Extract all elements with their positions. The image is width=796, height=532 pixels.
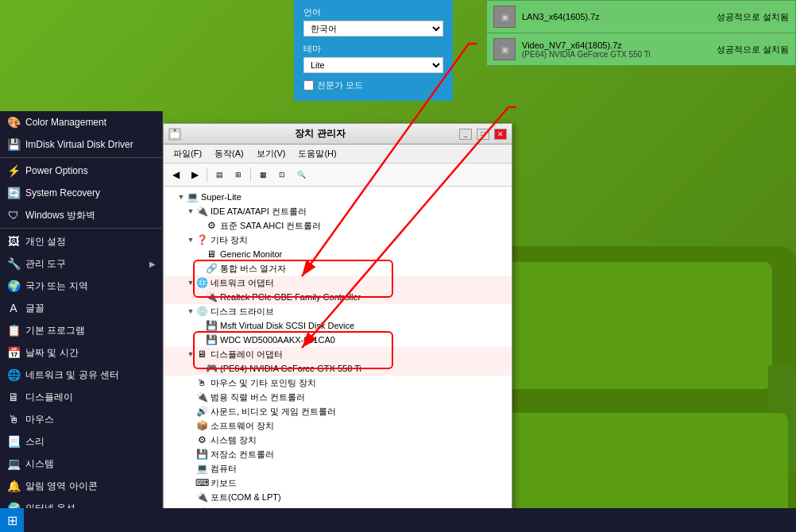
lang-label: 언어: [303, 6, 443, 18]
theme-label: 테마: [303, 43, 443, 55]
sidebar-item-recovery[interactable]: 🔄 System Recovery: [0, 182, 162, 204]
window-title: 장치 관리자: [186, 127, 454, 141]
toggle-sata: [195, 221, 205, 230]
tree-node-nvidia[interactable]: 🎮 (PE64) NVIDIA GeForce GTX 550 Ti: [164, 361, 512, 376]
window-restore-btn[interactable]: □: [477, 129, 489, 140]
menu-icon-mouse: 🖱: [6, 412, 21, 426]
label-keyboard: 키보드: [211, 477, 237, 489]
window-menubar: 파일(F) 동작(A) 보기(V) 도움말(H): [164, 145, 512, 164]
toolbar-btn1[interactable]: ▤: [211, 166, 228, 183]
expert-mode-checkbox[interactable]: [303, 80, 314, 91]
sidebar-item-windows[interactable]: 🛡 Windows 방화벽: [0, 204, 162, 226]
menu-icon-windows: 🛡: [6, 208, 21, 222]
sidebar-item-personal[interactable]: 🖼 개인 설정: [0, 230, 162, 253]
menu-icon-programs: 📋: [6, 323, 21, 337]
sidebar-item-fonts[interactable]: A 글꼴: [0, 297, 162, 319]
window-minimize-btn[interactable]: _: [459, 129, 472, 140]
root-toggle: ▼: [176, 192, 186, 202]
sidebar-item-imdisk[interactable]: 💾 ImDisk Virtual Disk Driver: [0, 133, 162, 156]
toolbar-btn4[interactable]: ⊡: [273, 166, 291, 183]
separator-after-imdisk: [0, 157, 162, 158]
tree-node-other[interactable]: ▼ ❓ 기타 장치: [164, 233, 512, 247]
menu-view[interactable]: 보기(V): [250, 146, 292, 161]
sidebar-item-network[interactable]: 🌐 네트워크 및 공유 센터: [0, 364, 162, 386]
icon-software: 📦: [195, 419, 208, 432]
taskbar-start-button[interactable]: ⊞: [0, 508, 24, 532]
menu-icon-fonts: A: [6, 301, 21, 315]
tree-node-keyboard[interactable]: ⌨ 키보드: [164, 476, 512, 490]
notification-panel: ▣ LAN3_x64(1605).7z 성공적으로 설치됨 ▣ Video_NV…: [486, 0, 796, 66]
menu-action[interactable]: 동작(A): [208, 146, 250, 161]
sidebar-item-programs[interactable]: 📋 기본 프로그램: [0, 319, 162, 341]
sidebar-item-alarm[interactable]: 🔔 알림 영역 아이콘: [0, 475, 162, 497]
tree-node-monitor[interactable]: 🖥 Generic Monitor: [164, 247, 512, 261]
tree-node-disk[interactable]: ▼ 💿 디스크 드라이브: [164, 304, 512, 318]
tree-node-sata[interactable]: ⚙ 표준 SATA AHCI 컨트롤러: [164, 218, 512, 233]
label-wdc: WDC WD5000AAKX-001CA0: [220, 335, 335, 345]
label-buses: 범용 직렬 버스 컨트롤러: [211, 391, 305, 403]
label-storage: 저장소 컨트롤러: [211, 449, 274, 461]
tree-node-sound[interactable]: 🔊 사운드, 비디오 및 게임 컨트롤러: [164, 404, 512, 418]
sidebar-item-printer[interactable]: 📃 스리: [0, 430, 162, 453]
label-ide: IDE ATA/ATAPI 컨트롤러: [211, 206, 307, 218]
toggle-computer: [186, 464, 195, 473]
tree-node-software[interactable]: 📦 소프트웨어 장치: [164, 418, 512, 433]
tree-node-system[interactable]: ⚙ 시스템 장치: [164, 433, 512, 447]
toolbar-back[interactable]: ◀: [167, 166, 184, 183]
tree-node-ide[interactable]: ▼ 🔌 IDE ATA/ATAPI 컨트롤러: [164, 204, 512, 218]
sidebar-item-display[interactable]: 🖥 디스플레이: [0, 386, 162, 408]
icon-keyboard: ⌨: [195, 476, 208, 489]
tree-root[interactable]: ▼ 💻 Super-Lite: [164, 190, 512, 204]
tree-node-wdc[interactable]: 💾 WDC WD5000AAKX-001CA0: [164, 333, 512, 347]
tree-node-msft[interactable]: 💾 Msft Virtual Disk SCSI Disk Device: [164, 318, 512, 333]
icon-system: ⚙: [195, 434, 208, 446]
label-busctrl: 통합 버스 열거자: [220, 263, 286, 275]
toolbar-forward[interactable]: ▶: [186, 166, 203, 183]
toolbar-btn3[interactable]: ▦: [254, 166, 272, 183]
toggle-system: [186, 435, 195, 445]
menu-file[interactable]: 파일(F): [167, 146, 208, 161]
window-toolbar: ◀ ▶ ▤ ⊞ ▦ ⊡ 🔍: [164, 164, 512, 187]
tree-node-mouse[interactable]: 🖱 마우스 및 기타 포인팅 장치: [164, 376, 512, 390]
tree-node-storage[interactable]: 💾 저장소 컨트롤러: [164, 447, 512, 461]
notif-filename-2: Video_NV7_x64(1805).7z: [522, 40, 717, 50]
tree-node-ports[interactable]: 🔌 포트(COM & LPT): [164, 490, 512, 504]
label-computer: 컴퓨터: [211, 463, 237, 475]
label-ports: 포트(COM & LPT): [211, 492, 281, 503]
sidebar-item-color[interactable]: 🎨 Color Management: [0, 111, 162, 133]
theme-select[interactable]: Lite: [303, 57, 443, 73]
sidebar-item-datetime[interactable]: 📅 날짜 및 시간: [0, 341, 162, 364]
menu-icon-printer: 📃: [6, 434, 21, 449]
icon-wdc: 💾: [205, 333, 218, 346]
sidebar-item-region[interactable]: 🌍 국가 또는 지역: [0, 275, 162, 297]
icon-other: ❓: [195, 233, 208, 246]
sidebar-item-power[interactable]: ⚡ Power Options: [0, 160, 162, 182]
toolbar-btn5[interactable]: 🔍: [292, 166, 310, 183]
menu-icon-alarm: 🔔: [6, 479, 21, 493]
tree-node-buses[interactable]: 🔌 범용 직렬 버스 컨트롤러: [164, 390, 512, 404]
toggle-ide: ▼: [186, 206, 195, 216]
lang-theme-panel: 언어 한국어 테마 Lite 전문가 모드: [294, 0, 453, 101]
tree-node-computer[interactable]: 💻 컴퓨터: [164, 461, 512, 476]
label-display: 디스플레이 어댑터: [211, 349, 283, 360]
tree-node-network[interactable]: ▼ 🌐 네트워크 어댑터: [164, 276, 512, 290]
toggle-storage: [186, 449, 195, 459]
root-icon: 💻: [186, 191, 199, 203]
tree-node-busctrl[interactable]: 🔗 통합 버스 열거자: [164, 261, 512, 276]
lang-select[interactable]: 한국어: [303, 21, 443, 37]
device-tree[interactable]: ▼ 💻 Super-Lite▼ 🔌 IDE ATA/ATAPI 컨트롤러 ⚙ 표…: [164, 187, 512, 527]
label-software: 소프트웨어 장치: [211, 420, 274, 432]
taskbar: ⊞: [0, 508, 796, 532]
tree-node-realtek[interactable]: 🔌 Realtek PCIe GBE Family Controller: [164, 290, 512, 304]
toolbar-btn2[interactable]: ⊞: [230, 166, 247, 183]
sidebar-item-system[interactable]: 💻 시스템: [0, 453, 162, 475]
label-monitor: Generic Monitor: [220, 249, 282, 259]
sidebar-item-mouse[interactable]: 🖱 마우스: [0, 408, 162, 430]
icon-nvidia: 🎮: [205, 362, 218, 375]
sidebar-item-control[interactable]: 🔧 관리 도구 ▶: [0, 253, 162, 275]
window-close-btn[interactable]: ✕: [494, 129, 507, 140]
icon-computer: 💻: [195, 462, 208, 475]
icon-sound: 🔊: [195, 405, 208, 418]
tree-node-display[interactable]: ▼ 🖥 디스플레이 어댑터: [164, 347, 512, 361]
menu-help[interactable]: 도움말(H): [292, 146, 342, 161]
